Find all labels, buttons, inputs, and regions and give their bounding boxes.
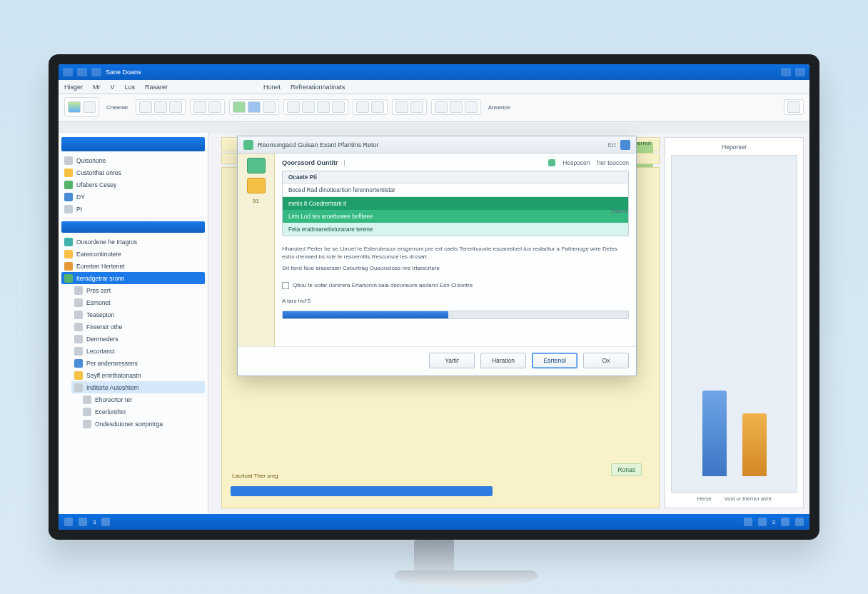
menu-item[interactable]: Refrerationnatinats	[291, 84, 345, 91]
tool-icon[interactable]	[169, 101, 182, 113]
sys-icon[interactable]	[77, 68, 87, 76]
dialog-button[interactable]: Ox	[583, 353, 629, 368]
taskbar-icon[interactable]	[64, 518, 73, 526]
sidebar-item[interactable]: Ehorecrtor ter	[80, 393, 205, 406]
output-row[interactable]: Liris Lod tes aroettowee beflteee	[283, 210, 628, 223]
search-icon[interactable]	[781, 68, 791, 76]
tab-indicator-icon	[548, 159, 555, 166]
tool-icon[interactable]	[317, 101, 330, 113]
close-icon[interactable]	[620, 140, 630, 150]
taskbar-icon[interactable]	[79, 518, 87, 526]
tool-icon[interactable]	[83, 101, 96, 113]
sidebar-item[interactable]: Fireerstr othe	[71, 321, 205, 333]
sidebar-item[interactable]: Iteradgetrar sronn	[61, 272, 205, 284]
dialog-tab-icon[interactable]	[247, 178, 266, 193]
tool-icon[interactable]	[154, 101, 167, 113]
output-row[interactable]: Feta erattraanetisturarare terene	[283, 223, 628, 236]
tray-icon[interactable]	[795, 518, 804, 526]
tool-icon[interactable]	[410, 101, 423, 113]
tool-icon[interactable]	[356, 101, 369, 113]
ribbon: Cneenar Ansence	[59, 94, 809, 122]
sidebar-item[interactable]: Teasepton	[71, 308, 205, 321]
sidebar-item-label: DY	[76, 193, 85, 201]
tool-icon[interactable]	[465, 101, 478, 113]
tool-icon[interactable]	[68, 101, 81, 113]
sidebar-item[interactable]: Quisonone	[61, 154, 205, 166]
sidebar-item[interactable]: DY	[61, 191, 205, 203]
dialog-tab[interactable]: Hespocen	[562, 159, 590, 166]
progress-bar	[282, 311, 629, 319]
dialog-button[interactable]: Haration	[480, 353, 526, 368]
tray-icon[interactable]	[758, 518, 767, 526]
sidebar-item[interactable]: Eorerten Herteriet	[61, 260, 205, 272]
tool-icon[interactable]	[371, 101, 384, 113]
sidebar-item[interactable]: Custorthat onres	[61, 166, 205, 178]
menu-item[interactable]: Mr	[93, 84, 101, 91]
tool-icon[interactable]	[248, 101, 261, 113]
tool-icon[interactable]	[787, 101, 800, 113]
dialog-tab[interactable]: her teoccen	[597, 159, 629, 166]
dialog-button[interactable]: Yartir	[429, 353, 475, 368]
help-icon[interactable]	[795, 68, 805, 76]
tool-icon[interactable]	[450, 101, 463, 113]
output-row[interactable]: Ocaete Pti	[283, 171, 628, 184]
sidebar-item[interactable]: Ufabers Cesey	[61, 178, 205, 191]
sys-icon[interactable]	[63, 68, 73, 76]
sidebar-item[interactable]: Ondesdutoner sorrpntrga	[80, 418, 205, 430]
progress-label: A tars ind'S	[282, 298, 629, 304]
tool-icon[interactable]	[193, 101, 206, 113]
tool-icon[interactable]	[139, 101, 152, 113]
doc-badge[interactable]: Ronas	[611, 463, 642, 476]
menu-item[interactable]: Rasarer	[145, 84, 168, 91]
sidebar-item[interactable]: Lecortanct	[71, 345, 205, 357]
dialog-section-title: Qoorssord Ountitr	[282, 159, 338, 166]
tray-icon[interactable]	[781, 518, 789, 526]
sidebar-item[interactable]: Pres cert	[71, 284, 205, 296]
tool-icon[interactable]	[395, 101, 408, 113]
sidebar-item[interactable]: Per anderaressens	[71, 357, 205, 369]
menu-item[interactable]: V	[111, 84, 115, 91]
dialog-badge: Ert	[607, 141, 616, 148]
folder-icon	[64, 205, 73, 213]
sidebar-item[interactable]: Earercontinotere	[61, 248, 205, 260]
dialog-checkbox[interactable]: Qitou te oofar dorsrera Ertanoron sala d…	[282, 282, 629, 289]
output-row[interactable]: metis It Coedrertrant it	[283, 197, 628, 210]
folder-icon	[64, 262, 73, 271]
sidebar-item-label: Ousordene he Irtagros	[76, 238, 137, 246]
chart-title: Heporser	[671, 144, 797, 151]
tool-icon[interactable]	[302, 101, 315, 113]
tool-icon[interactable]	[287, 101, 300, 113]
tool-icon[interactable]	[233, 101, 246, 113]
checkbox-icon[interactable]	[282, 282, 289, 289]
dialog-side-label: Dyerst	[611, 208, 627, 214]
sidebar-item[interactable]: Dernneders	[71, 333, 205, 345]
dialog-titlebar: Reomongacd Guisan Exant Pfantins Retor E…	[238, 136, 636, 153]
tool-icon[interactable]	[435, 101, 448, 113]
folder-icon	[74, 359, 83, 368]
dialog-button-primary[interactable]: Eartenol	[532, 353, 577, 368]
tool-icon[interactable]	[263, 101, 276, 113]
sidebar-item-label: Lecortanct	[86, 348, 115, 355]
sidebar-item[interactable]: Esmonet	[71, 296, 205, 308]
sidebar-item[interactable]: Seyff errirthatonastn	[71, 369, 205, 381]
sidebar-item[interactable]: Ousordene he Irtagros	[61, 236, 205, 248]
sidebar-item[interactable]: Ecerlonthtn	[80, 406, 205, 418]
menu-item[interactable]: Hisger	[64, 84, 83, 91]
output-row[interactable]: Beced Rad dinotteartion ferennortentista…	[283, 184, 628, 197]
dialog-title: Reomongacd Guisan Exant Pfantins Retor	[258, 141, 379, 148]
sidebar-item[interactable]: Inditerte Autoshtem	[71, 381, 205, 393]
sidebar-item[interactable]: Pt	[61, 203, 205, 215]
sys-icon[interactable]	[91, 68, 101, 76]
sidebar-item-label: Iteradgetrar sronn	[76, 275, 125, 282]
tool-icon[interactable]	[208, 101, 221, 113]
tool-icon[interactable]	[332, 101, 345, 113]
sidebar-header	[61, 137, 205, 151]
tray-icon[interactable]	[744, 518, 752, 526]
taskbar-icon[interactable]	[101, 518, 110, 526]
menu-item[interactable]: Lus	[125, 84, 136, 91]
folder-icon	[74, 298, 83, 307]
tool-label: Cneenar	[104, 104, 131, 111]
dialog-tab-icon[interactable]	[247, 158, 266, 173]
folder-icon	[74, 286, 83, 295]
menu-item[interactable]: Honet	[263, 84, 281, 91]
